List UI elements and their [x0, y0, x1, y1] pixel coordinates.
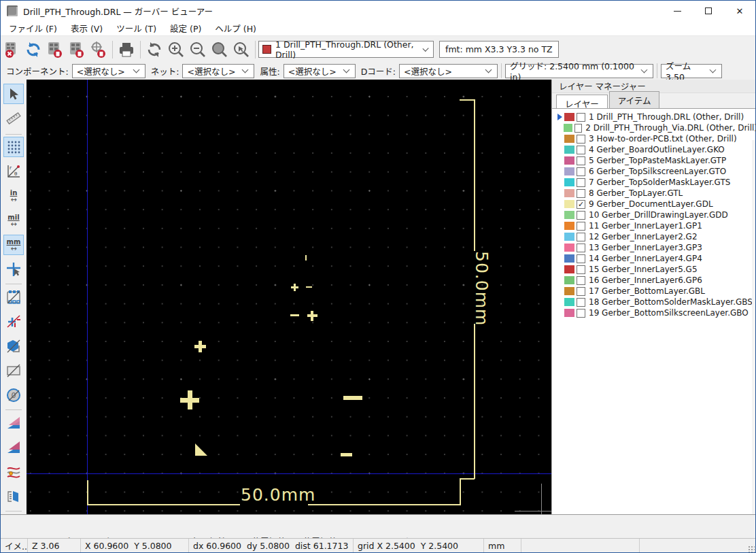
units-mm-button[interactable]: mm ↔ — [3, 235, 24, 255]
layer-row[interactable]: 15 Gerber_InnerLayer5.G5 — [552, 264, 756, 275]
zoom-redraw-button[interactable] — [143, 39, 165, 60]
zoom-fit-button[interactable] — [209, 39, 230, 60]
high-contrast-button[interactable] — [3, 462, 24, 482]
layer-color-swatch[interactable] — [564, 276, 574, 284]
layer-visibility-checkbox[interactable] — [577, 265, 585, 274]
net-filter-select[interactable]: <選択なし> — [182, 64, 254, 78]
open-gerber-files-button[interactable] — [44, 39, 66, 60]
grid-select[interactable]: グリッド: 2.5400 mm (0.1000 in) — [505, 64, 653, 78]
layer-color-swatch[interactable] — [564, 244, 574, 252]
tab-items[interactable]: アイテム — [609, 91, 660, 108]
zoom-in-button[interactable] — [165, 39, 187, 60]
layer-color-swatch[interactable] — [564, 265, 574, 273]
layer-visibility-checkbox[interactable] — [577, 276, 585, 285]
layer-row[interactable]: 6 Gerber_TopSilkscreenLayer.GTO — [552, 166, 756, 177]
layer-visibility-checkbox[interactable] — [577, 178, 585, 187]
sketch-polygons-button[interactable] — [3, 336, 24, 356]
zoom-out-button[interactable] — [187, 39, 209, 60]
layer-row[interactable]: 16 Gerber_InnerLayer6.GP6 — [552, 275, 756, 286]
layer-row[interactable]: 9 Gerber_DocumentLayer.GDL — [552, 199, 756, 210]
diff-mode-button[interactable] — [3, 413, 24, 433]
layer-row[interactable]: 12 Gerber_InnerLayer2.G2 — [552, 231, 756, 242]
layer-color-swatch[interactable] — [564, 189, 574, 197]
layer-visibility-checkbox[interactable] — [577, 222, 585, 231]
layer-visibility-checkbox[interactable] — [577, 287, 585, 296]
layer-color-swatch[interactable] — [564, 309, 574, 317]
layer-color-swatch[interactable] — [564, 287, 574, 295]
layer-color-swatch[interactable] — [564, 124, 572, 132]
layer-color-swatch[interactable] — [564, 146, 574, 154]
clear-all-layers-button[interactable] — [1, 39, 22, 60]
measure-tool-button[interactable] — [3, 108, 24, 129]
layer-visibility-checkbox[interactable] — [577, 167, 585, 176]
layer-color-swatch[interactable] — [564, 200, 574, 208]
gerber-canvas[interactable]: 50.0mm 50.0mm — [27, 80, 551, 514]
layer-visibility-checkbox[interactable] — [577, 146, 585, 154]
tab-layers[interactable]: レイヤー — [556, 95, 608, 108]
layer-row[interactable]: 19 Gerber_BottomSilkscreenLayer.GBO — [552, 307, 756, 318]
layer-visibility-checkbox[interactable] — [577, 211, 585, 220]
open-excellon-files-button[interactable] — [66, 39, 88, 60]
layer-color-swatch[interactable] — [564, 254, 574, 263]
layer-row[interactable]: 1 Drill_PTH_Through.DRL (Other, Drill) — [552, 112, 756, 122]
layer-color-swatch[interactable] — [564, 135, 574, 143]
layer-color-swatch[interactable] — [564, 233, 574, 241]
sketch-lines-button[interactable] — [3, 361, 24, 381]
menu-preferences[interactable]: 設定 (P) — [163, 20, 208, 36]
layer-visibility-checkbox[interactable] — [577, 113, 585, 122]
polar-coords-button[interactable]: r θ — [3, 161, 24, 182]
layer-visibility-checkbox[interactable] — [577, 244, 585, 252]
layer-row[interactable]: 17 Gerber_BottomLayer.GBL — [552, 286, 756, 297]
units-inches-button[interactable]: in ↔ — [3, 186, 24, 206]
layer-visibility-checkbox[interactable] — [577, 309, 585, 318]
layer-list-scrollbar[interactable] — [752, 140, 756, 540]
zoom-select[interactable]: ズーム 3.50 — [661, 64, 722, 78]
layer-color-swatch[interactable] — [564, 211, 574, 219]
layer-visibility-checkbox[interactable] — [577, 254, 585, 263]
menu-view[interactable]: 表示 (V) — [64, 20, 109, 36]
open-zip-file-button[interactable] — [88, 39, 109, 60]
layer-color-swatch[interactable] — [564, 298, 574, 306]
layer-row[interactable]: 7 Gerber_TopSolderMaskLayer.GTS — [552, 177, 756, 188]
show-flashed-items-button[interactable] — [3, 312, 24, 332]
minimize-button[interactable] — [662, 1, 693, 21]
layer-row[interactable]: 11 Gerber_InnerLayer1.GP1 — [552, 220, 756, 231]
layer-row[interactable]: 13 Gerber_InnerLayer3.GP3 — [552, 242, 756, 253]
layer-visibility-checkbox[interactable] — [577, 135, 585, 144]
layer-visibility-checkbox[interactable] — [577, 200, 585, 209]
layer-row[interactable]: 4 Gerber_BoardOutlineLayer.GKO — [552, 144, 756, 155]
layer-row[interactable]: 3 How-to-order-PCB.txt (Other, Drill) — [552, 133, 756, 144]
sketch-pads-button[interactable] — [3, 287, 24, 307]
layer-color-swatch[interactable] — [564, 222, 574, 230]
zoom-selection-button[interactable] — [230, 39, 252, 60]
layer-color-swatch[interactable] — [564, 156, 574, 165]
layer-row[interactable]: 5 Gerber_TopPasteMaskLayer.GTP — [552, 155, 756, 166]
dcode-filter-select[interactable]: <選択なし> — [399, 64, 498, 78]
close-button[interactable]: ✕ — [724, 1, 755, 21]
layer-visibility-checkbox[interactable] — [577, 298, 585, 307]
units-mils-button[interactable]: mil ↔ — [3, 210, 24, 231]
layer-row[interactable]: 18 Gerber_BottomSolderMaskLayer.GBS — [552, 297, 756, 307]
maximize-button[interactable] — [693, 1, 724, 21]
reload-all-layers-button[interactable] — [22, 39, 44, 60]
layer-color-swatch[interactable] — [564, 167, 574, 175]
layer-row[interactable]: 8 Gerber_TopLayer.GTL — [552, 188, 756, 199]
layer-color-swatch[interactable] — [564, 178, 574, 186]
layer-visibility-checkbox[interactable] — [577, 156, 585, 165]
attr-filter-select[interactable]: <選択なし> — [284, 64, 356, 78]
show-dcodes-button[interactable]: 0 — [3, 385, 24, 405]
toggle-grid-button[interactable] — [3, 137, 24, 157]
print-button[interactable] — [116, 39, 137, 60]
layer-color-swatch[interactable] — [564, 113, 574, 121]
layer-visibility-checkbox[interactable] — [574, 124, 583, 133]
layer-visibility-checkbox[interactable] — [577, 233, 585, 241]
menu-help[interactable]: ヘルプ (H) — [208, 20, 263, 36]
layer-row[interactable]: 10 Gerber_DrillDrawingLayer.GDD — [552, 210, 756, 220]
layer-row[interactable]: 2 Drill_PTH_Through_Via.DRL (Other, Dril… — [552, 122, 756, 133]
layer-row[interactable]: 14 Gerber_InnerLayer4.GP4 — [552, 253, 756, 264]
component-filter-select[interactable]: <選択なし> — [72, 64, 145, 78]
xor-mode-button[interactable] — [3, 437, 24, 458]
cursor-shape-button[interactable] — [3, 259, 24, 280]
layer-visibility-checkbox[interactable] — [577, 189, 585, 198]
menu-tools[interactable]: ツール (T) — [109, 20, 163, 36]
